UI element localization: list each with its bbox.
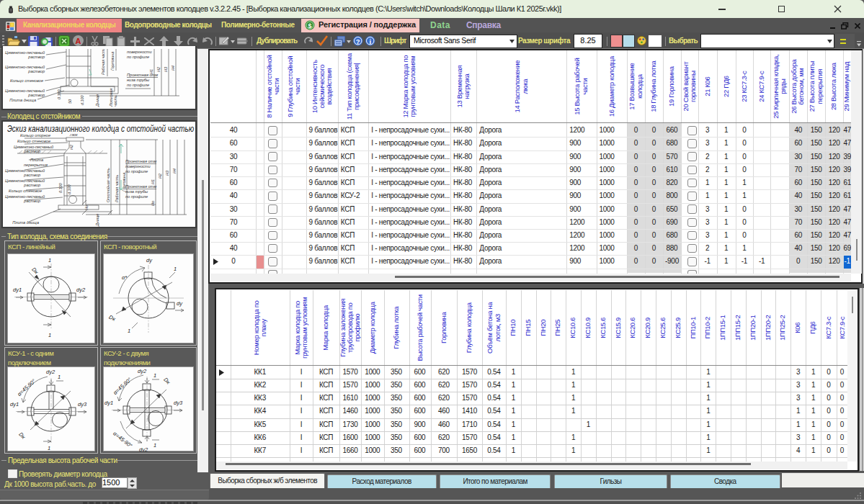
- svg-text:Кольцо стеновое: Кольцо стеновое: [10, 78, 43, 83]
- svg-text:Н1: Н1: [151, 179, 155, 184]
- svg-text:dу1: dу1: [10, 401, 19, 408]
- svg-text:Н1: Н1: [149, 69, 153, 74]
- svg-text:раствор: раствор: [27, 55, 45, 59]
- svg-text:по профиле: по профиле: [125, 169, 148, 174]
- svg-text:поверхности: поверхности: [125, 164, 151, 168]
- svg-text:Кольцо опорное: Кольцо опорное: [20, 134, 50, 138]
- svg-text:поверхности: поверхности: [127, 50, 152, 54]
- svg-text:1: 1: [153, 372, 156, 379]
- svg-text:dу2: dу2: [76, 287, 86, 293]
- svg-text:по профиле: по профиле: [127, 55, 149, 59]
- svg-text:Рабочая часть: Рабочая часть: [115, 174, 119, 202]
- svg-text:1: 1: [48, 445, 50, 451]
- svg-text:Рабочая часть: Рабочая часть: [101, 49, 105, 75]
- svg-text:часть: часть: [113, 95, 117, 107]
- svg-text:Кольцо стеновое: Кольцо стеновое: [17, 139, 50, 143]
- svg-text:α=45-90°: α=45-90°: [112, 431, 133, 449]
- svg-text:Dк: Dк: [30, 266, 40, 276]
- svg-text:1: 1: [153, 442, 156, 449]
- svg-text:Горловина: Горловина: [110, 52, 115, 71]
- svg-text:раствор: раствор: [23, 199, 40, 203]
- svg-text:dу2: dу2: [138, 368, 147, 374]
- svg-text:раствор: раствор: [23, 183, 40, 187]
- svg-text:по профиле: по профиле: [127, 83, 149, 87]
- svg-text:α*: α*: [122, 274, 128, 281]
- svg-text:Н3: Н3: [164, 67, 168, 72]
- svg-text:1: 1: [174, 266, 177, 272]
- svg-text:Н4: Н4: [171, 66, 175, 71]
- svg-text:Кольцо стеновое: Кольцо стеновое: [9, 189, 42, 193]
- svg-text:Плита днища: Плита днища: [9, 98, 36, 102]
- svg-text:раствор: раствор: [23, 149, 40, 153]
- svg-text:d.100: d.100: [67, 185, 71, 195]
- svg-text:Dк: Dк: [17, 431, 27, 441]
- svg-text:dу1: dу1: [104, 400, 113, 406]
- svg-text:низа трубы: низа трубы: [125, 189, 148, 194]
- svg-text:Днище: Днище: [95, 214, 99, 227]
- svg-text:Н2: Н2: [69, 145, 74, 150]
- svg-text:dу3: dу3: [174, 400, 183, 406]
- svg-text:d.100: d.100: [80, 96, 84, 106]
- svg-text:по профиле: по профиле: [125, 194, 148, 199]
- svg-text:1: 1: [48, 257, 51, 264]
- svg-text:dу: dу: [146, 257, 153, 264]
- svg-text:Отстойная часть: Отстойная часть: [106, 168, 110, 202]
- svg-text:Н4: Н4: [172, 168, 177, 174]
- svg-text:Н3: Н3: [165, 171, 169, 176]
- svg-text:раствор: раствор: [27, 69, 45, 73]
- svg-text:Люк: Люк: [69, 134, 78, 137]
- svg-text:1: 1: [58, 374, 61, 380]
- svg-text:Днище: Днище: [95, 94, 99, 107]
- svg-text:раствор: раствор: [23, 173, 40, 177]
- svg-text:α=45-90°: α=45-90°: [112, 377, 133, 396]
- svg-text:1: 1: [128, 328, 130, 334]
- svg-text:Н2: Н2: [156, 67, 161, 72]
- svg-text:dу1: dу1: [13, 287, 22, 293]
- svg-text:Dк: Dк: [162, 377, 172, 386]
- svg-text:0.100: 0.100: [58, 184, 63, 194]
- svg-text:$: $: [308, 22, 311, 30]
- svg-text:Проектная отм: Проектная отм: [125, 159, 156, 163]
- svg-text:раствор: раствор: [27, 93, 45, 97]
- svg-text:Плита днища: Плита днища: [12, 220, 39, 225]
- svg-text:Но: Но: [84, 205, 89, 210]
- svg-text:0.100: 0.100: [57, 90, 61, 100]
- svg-text:dу2: dу2: [139, 446, 148, 451]
- svg-text:низа трубы: низа трубы: [127, 78, 149, 82]
- svg-text:Плита: Плита: [30, 158, 43, 162]
- svg-text:Н2: Н2: [158, 174, 162, 179]
- svg-text:50: 50: [68, 99, 72, 104]
- svg-text:A: A: [76, 37, 81, 45]
- svg-text:Но: Но: [151, 201, 155, 206]
- svg-text:dу2: dу2: [46, 369, 55, 375]
- svg-text:α=45-90°: α=45-90°: [16, 378, 37, 397]
- svg-text:dу3: dу3: [78, 401, 87, 408]
- svg-text:Dк: Dк: [108, 314, 117, 323]
- svg-text:i: i: [369, 37, 371, 45]
- svg-text:перекрытия: перекрытия: [24, 163, 48, 167]
- svg-text:?: ?: [356, 37, 360, 45]
- svg-text:dу: dу: [177, 300, 183, 307]
- svg-text:1: 1: [48, 332, 51, 338]
